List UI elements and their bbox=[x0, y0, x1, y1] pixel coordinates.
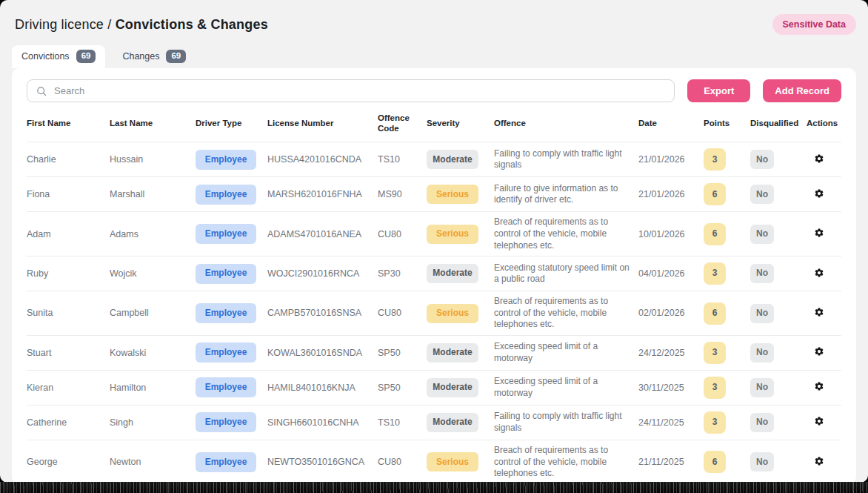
cell-first-name: Sunita bbox=[27, 302, 110, 323]
cell-disqualified: No bbox=[750, 339, 807, 367]
cell-points: 6 bbox=[704, 179, 750, 210]
cell-offence: Breach of requirements as to control of … bbox=[494, 291, 638, 335]
cell-date: 02/01/2026 bbox=[638, 302, 704, 323]
cell-offence-code: MS90 bbox=[378, 184, 427, 205]
gear-icon bbox=[814, 346, 824, 357]
cell-first-name: Charlie bbox=[27, 149, 110, 170]
tab-bar: Convictions 69 Changes 69 bbox=[12, 45, 868, 68]
cell-license-number: KOWAL3601016SNDA bbox=[267, 343, 378, 363]
cell-offence-code: CU80 bbox=[378, 302, 427, 323]
cell-offence: Exceeding speed limit of a motorway bbox=[494, 337, 638, 368]
gear-icon bbox=[814, 188, 824, 199]
row-actions-button[interactable] bbox=[811, 413, 827, 431]
gear-icon bbox=[814, 228, 824, 238]
cell-points: 3 bbox=[704, 337, 750, 368]
gear-icon bbox=[814, 456, 824, 466]
row-actions-button[interactable] bbox=[811, 343, 827, 362]
column-header-offence-code: Offence Code bbox=[378, 113, 427, 135]
cell-actions bbox=[807, 146, 841, 173]
row-actions-button[interactable] bbox=[811, 378, 827, 397]
cell-severity: Serious bbox=[427, 220, 494, 248]
cell-severity: Moderate bbox=[427, 339, 494, 367]
column-header-points: Points bbox=[704, 118, 750, 129]
table-row: Kieran Hamilton Employee HAMIL8401016KNJ… bbox=[27, 371, 841, 406]
disqualified-badge: No bbox=[750, 304, 774, 323]
cell-severity: Serious bbox=[427, 448, 494, 476]
driver-type-badge: Employee bbox=[196, 224, 256, 244]
severity-badge: Serious bbox=[427, 225, 478, 244]
disqualified-badge: No bbox=[750, 452, 774, 472]
add-record-button[interactable]: Add Record bbox=[763, 79, 841, 102]
driver-type-badge: Employee bbox=[196, 303, 256, 323]
row-actions-button[interactable] bbox=[811, 265, 827, 283]
gear-icon bbox=[814, 153, 824, 164]
cell-disqualified: No bbox=[750, 259, 807, 288]
cell-last-name: Hussain bbox=[110, 149, 196, 170]
cell-driver-type: Employee bbox=[196, 373, 267, 402]
cell-date: 30/11/2025 bbox=[638, 377, 704, 398]
tab-convictions[interactable]: Convictions 69 bbox=[12, 45, 105, 68]
row-actions-button[interactable] bbox=[811, 225, 827, 243]
cell-points: 6 bbox=[704, 446, 750, 477]
column-header-actions: Actions bbox=[807, 118, 841, 129]
cell-severity: Moderate bbox=[427, 408, 494, 437]
cell-date: 24/11/2025 bbox=[638, 412, 704, 433]
table-row: Stuart Kowalski Employee KOWAL3601016SND… bbox=[27, 336, 841, 371]
table-row: Catherine Singh Employee SINGH6601016CNH… bbox=[27, 406, 841, 440]
page-header: Driving licence / Convictions & Changes … bbox=[0, 0, 868, 45]
cell-actions bbox=[807, 260, 841, 288]
disqualified-badge: No bbox=[750, 413, 774, 432]
search-input[interactable] bbox=[27, 79, 675, 102]
cell-last-name: Wojcik bbox=[110, 263, 196, 284]
cell-disqualified: No bbox=[750, 180, 807, 208]
points-badge: 6 bbox=[704, 451, 726, 473]
row-actions-button[interactable] bbox=[811, 453, 827, 472]
content-card: Export Add Record First NameLast NameDri… bbox=[12, 68, 856, 483]
export-button[interactable]: Export bbox=[687, 79, 750, 102]
cell-actions bbox=[807, 408, 841, 436]
driver-type-badge: Employee bbox=[196, 377, 256, 397]
tab-changes[interactable]: Changes 69 bbox=[113, 45, 196, 68]
cell-offence: Breach of requirements as to control of … bbox=[494, 212, 638, 256]
search-wrap bbox=[27, 79, 675, 102]
cell-first-name: Stuart bbox=[27, 343, 110, 363]
severity-badge: Serious bbox=[427, 185, 478, 204]
column-header-license-number: License Number bbox=[267, 118, 378, 129]
cell-driver-type: Employee bbox=[196, 338, 267, 367]
tab-count-badge: 69 bbox=[166, 50, 186, 63]
cell-first-name: Adam bbox=[27, 224, 110, 245]
redacted-strip bbox=[0, 482, 868, 493]
tab-label: Changes bbox=[122, 51, 159, 62]
cell-date: 21/11/2025 bbox=[638, 451, 704, 472]
severity-badge: Moderate bbox=[427, 378, 478, 397]
sensitive-data-badge: Sensitive Data bbox=[772, 14, 856, 35]
page-title: Convictions & Changes bbox=[116, 17, 268, 32]
column-header-last-name: Last Name bbox=[110, 118, 196, 129]
cell-license-number: WOJCI2901016RNCA bbox=[267, 263, 378, 284]
points-badge: 6 bbox=[704, 302, 726, 325]
cell-disqualified: No bbox=[750, 448, 807, 476]
cell-last-name: Newton bbox=[110, 451, 196, 472]
cell-actions bbox=[807, 339, 841, 366]
row-actions-button[interactable] bbox=[811, 304, 827, 322]
cell-driver-type: Employee bbox=[196, 408, 267, 437]
toolbar: Export Add Record bbox=[27, 68, 841, 102]
driver-type-badge: Employee bbox=[196, 185, 256, 205]
table-row: Charlie Hussain Employee HUSSA4201016CND… bbox=[27, 142, 841, 177]
cell-license-number: MARSH6201016FNHA bbox=[267, 184, 378, 205]
cell-offence-code: SP30 bbox=[378, 263, 427, 284]
cell-offence: Failing to comply with traffic light sig… bbox=[494, 406, 638, 438]
cell-first-name: Fiona bbox=[27, 184, 110, 205]
cell-severity: Serious bbox=[427, 180, 494, 208]
points-badge: 6 bbox=[704, 223, 726, 245]
cell-driver-type: Employee bbox=[196, 180, 267, 209]
row-actions-button[interactable] bbox=[811, 185, 827, 204]
breadcrumb-parent: Driving licence / bbox=[15, 17, 116, 32]
points-badge: 6 bbox=[704, 183, 726, 205]
row-actions-button[interactable] bbox=[811, 150, 827, 169]
table-row: Adam Adams Employee ADAMS4701016ANEA CU8… bbox=[27, 212, 841, 257]
severity-badge: Moderate bbox=[427, 343, 478, 363]
cell-disqualified: No bbox=[750, 220, 807, 248]
search-icon bbox=[36, 85, 47, 97]
column-header-offence: Offence bbox=[494, 118, 638, 129]
